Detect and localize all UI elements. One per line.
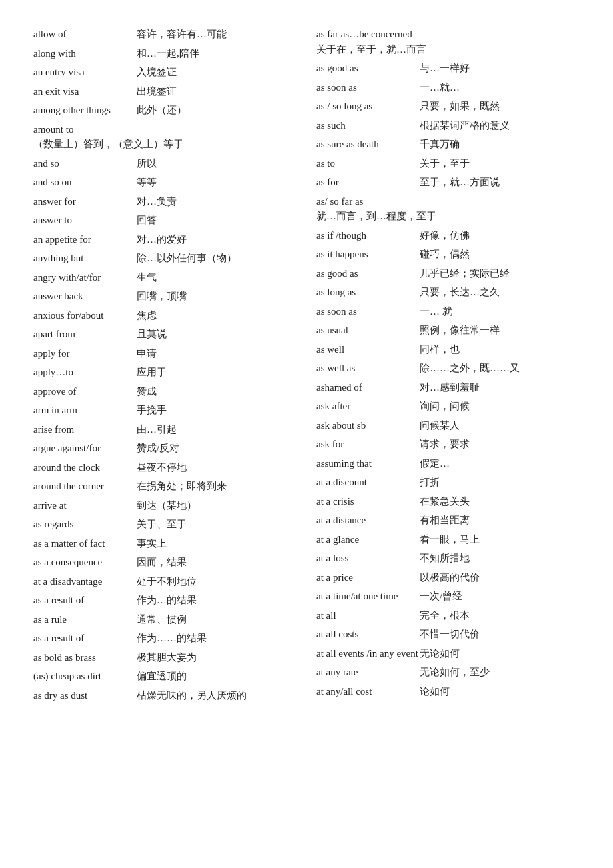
- phrase: around the clock: [33, 460, 137, 475]
- left-column: allow of容许，容许有…可能along with和…一起,陪伴an ent…: [33, 27, 297, 707]
- meaning: 通常、惯例: [137, 612, 187, 627]
- phrase: as it happens: [316, 247, 420, 262]
- phrase: ask for: [316, 437, 420, 452]
- meaning: 至于，就…方面说: [420, 175, 500, 190]
- list-item: as/ so far as就…而言，到…程度，至于: [316, 194, 580, 224]
- meaning: 就…而言，到…程度，至于: [316, 209, 580, 224]
- phrase: as/ so far as: [316, 194, 580, 209]
- list-item: ask for请求，要求: [316, 437, 580, 452]
- meaning: 不知所措地: [420, 551, 470, 566]
- meaning: 赞成/反对: [137, 441, 179, 456]
- phrase: as soon as: [316, 304, 420, 319]
- phrase: as good as: [316, 266, 420, 281]
- meaning: 完全，根本: [420, 608, 470, 623]
- phrase: argue against/for: [33, 441, 137, 456]
- list-item: (as) cheap as dirt偏宜透顶的: [33, 669, 297, 684]
- meaning: 出境签证: [137, 84, 177, 99]
- meaning: 作为…的结果: [137, 593, 197, 608]
- meaning: 千真万确: [420, 137, 460, 152]
- meaning: 除……之外，既……又: [420, 361, 520, 376]
- list-item: as for至于，就…方面说: [316, 175, 580, 190]
- meaning: 好像，仿佛: [420, 228, 470, 243]
- phrase: as a result of: [33, 593, 137, 608]
- list-item: as usual照例，像往常一样: [316, 323, 580, 338]
- meaning: 一… 就: [420, 304, 452, 319]
- list-item: as far as…be concerned关于在，至于，就…而言: [316, 27, 580, 57]
- meaning: 极其胆大妄为: [137, 650, 197, 665]
- phrase: allow of: [33, 27, 137, 42]
- meaning: 和…一起,陪伴: [137, 46, 199, 61]
- list-item: around the clock昼夜不停地: [33, 460, 297, 475]
- list-item: as a rule通常、惯例: [33, 612, 297, 627]
- meaning: 对…感到羞耻: [420, 380, 480, 395]
- list-item: anything but除…以外任何事（物）: [33, 251, 297, 266]
- meaning: 在紧急关头: [420, 494, 470, 509]
- meaning: 不惜一切代价: [420, 627, 480, 642]
- phrase: at a crisis: [316, 494, 420, 509]
- list-item: as bold as brass极其胆大妄为: [33, 650, 297, 665]
- list-item: as a result of作为…的结果: [33, 593, 297, 608]
- meaning: 容许，容许有…可能: [137, 27, 227, 42]
- meaning: 看一眼，马上: [420, 532, 480, 547]
- list-item: apply for申请: [33, 346, 297, 361]
- phrase: as for: [316, 175, 420, 190]
- phrase: at a price: [316, 570, 420, 585]
- list-item: apart from且莫说: [33, 327, 297, 342]
- meaning: 等等: [137, 175, 157, 190]
- meaning: 回嘴，顶嘴: [137, 289, 187, 304]
- list-item: an exit visa出境签证: [33, 84, 297, 99]
- meaning: 且莫说: [137, 327, 167, 342]
- list-item: as a result of作为……的结果: [33, 631, 297, 646]
- meaning: 询问，问候: [420, 399, 470, 414]
- meaning: 赞成: [137, 384, 157, 399]
- phrase: as well: [316, 342, 420, 357]
- meaning: 除…以外任何事（物）: [137, 251, 237, 266]
- right-column: as far as…be concerned关于在，至于，就…而言as good…: [316, 27, 580, 703]
- list-item: as good as几乎已经；实际已经: [316, 266, 580, 281]
- phrase: at a distance: [316, 513, 420, 528]
- phrase: (as) cheap as dirt: [33, 669, 137, 684]
- list-item: as such根据某词严格的意义: [316, 118, 580, 133]
- meaning: 关于、至于: [137, 517, 187, 532]
- phrase: at a discount: [316, 475, 420, 490]
- list-item: approve of赞成: [33, 384, 297, 399]
- phrase: an entry visa: [33, 65, 137, 80]
- meaning: 关于，至于: [420, 156, 470, 171]
- phrase: answer to: [33, 213, 137, 228]
- list-item: as dry as dust枯燥无味的，另人厌烦的: [33, 688, 297, 703]
- phrase: as sure as death: [316, 137, 420, 152]
- list-item: assuming that假定…: [316, 456, 580, 471]
- list-item: at a time/at one time一次/曾经: [316, 589, 580, 604]
- meaning: 对…负责: [137, 194, 177, 209]
- list-item: at any/all cost论如何: [316, 684, 580, 699]
- phrase: at any/all cost: [316, 684, 420, 699]
- main-content: allow of容许，容许有…可能along with和…一起,陪伴an ent…: [33, 27, 580, 707]
- list-item: as well as除……之外，既……又: [316, 361, 580, 376]
- list-item: as soon as一… 就: [316, 304, 580, 319]
- list-item: along with和…一起,陪伴: [33, 46, 297, 61]
- list-item: arm in arm手挽手: [33, 403, 297, 418]
- meaning: 一…就…: [420, 80, 460, 95]
- phrase: ashamed of: [316, 380, 420, 395]
- list-item: and so所以: [33, 156, 297, 171]
- phrase: arise from: [33, 422, 137, 437]
- phrase: ask about sb: [316, 418, 420, 433]
- meaning: 几乎已经；实际已经: [420, 266, 510, 281]
- meaning: 无论如何: [420, 646, 460, 661]
- meaning: 此外（还）: [137, 103, 187, 118]
- list-item: ask about sb问候某人: [316, 418, 580, 433]
- list-item: apply…to应用于: [33, 365, 297, 380]
- phrase: as long as: [316, 285, 420, 300]
- list-item: argue against/for赞成/反对: [33, 441, 297, 456]
- phrase: as / so long as: [316, 99, 420, 114]
- list-item: around the corner在拐角处；即将到来: [33, 479, 297, 494]
- phrase: apart from: [33, 327, 137, 342]
- phrase: as bold as brass: [33, 650, 137, 665]
- phrase: at a disadvantage: [33, 574, 137, 589]
- meaning: 对…的爱好: [137, 232, 187, 247]
- phrase: at all costs: [316, 627, 420, 642]
- phrase: an exit visa: [33, 84, 137, 99]
- meaning: 一次/曾经: [420, 589, 462, 604]
- phrase: amount to: [33, 122, 297, 137]
- list-item: ashamed of对…感到羞耻: [316, 380, 580, 395]
